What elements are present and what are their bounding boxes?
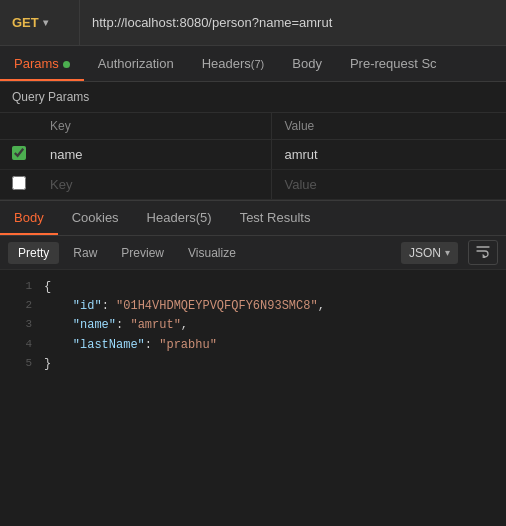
tab-response-headers[interactable]: Headers(5) bbox=[133, 202, 226, 235]
code-line-3: 3 "name": "amrut", bbox=[0, 316, 506, 335]
param-checkbox-1[interactable] bbox=[12, 176, 26, 190]
code-line-1: 1 { bbox=[0, 278, 506, 297]
param-key-placeholder: Key bbox=[50, 177, 72, 192]
params-table: Key Value name amrut Key Value bbox=[0, 113, 506, 200]
method-label: GET bbox=[12, 15, 39, 30]
th-checkbox bbox=[0, 113, 38, 140]
param-checkbox-0[interactable] bbox=[12, 146, 26, 160]
table-row-new: Key Value bbox=[0, 170, 506, 200]
code-line-2: 2 "id": "01H4VHDMQEYPVQFQFY6N93SMC8", bbox=[0, 297, 506, 316]
chevron-down-icon: ▾ bbox=[43, 17, 48, 28]
chevron-down-icon: ▾ bbox=[445, 247, 450, 258]
tab-response-body[interactable]: Body bbox=[0, 202, 58, 235]
table-row: name amrut bbox=[0, 140, 506, 170]
response-tabs: Body Cookies Headers(5) Test Results bbox=[0, 200, 506, 236]
tab-cookies[interactable]: Cookies bbox=[58, 202, 133, 235]
url-input[interactable] bbox=[80, 0, 506, 45]
request-tabs: Params Authorization Headers(7) Body Pre… bbox=[0, 46, 506, 82]
tab-test-results[interactable]: Test Results bbox=[226, 202, 325, 235]
request-bar: GET ▾ bbox=[0, 0, 506, 46]
th-value: Value bbox=[272, 113, 506, 140]
param-value-0: amrut bbox=[272, 140, 506, 170]
format-bar: Pretty Raw Preview Visualize JSON ▾ bbox=[0, 236, 506, 270]
tab-authorization[interactable]: Authorization bbox=[84, 48, 188, 81]
tab-params[interactable]: Params bbox=[0, 48, 84, 81]
format-visualize[interactable]: Visualize bbox=[178, 242, 246, 264]
format-pretty[interactable]: Pretty bbox=[8, 242, 59, 264]
json-format-dropdown[interactable]: JSON ▾ bbox=[401, 242, 458, 264]
th-key: Key bbox=[38, 113, 272, 140]
param-value-placeholder: Value bbox=[284, 177, 316, 192]
response-code-block: 1 { 2 "id": "01H4VHDMQEYPVQFQFY6N93SMC8"… bbox=[0, 270, 506, 382]
tab-headers[interactable]: Headers(7) bbox=[188, 48, 279, 81]
format-preview[interactable]: Preview bbox=[111, 242, 174, 264]
wrap-button[interactable] bbox=[468, 240, 498, 265]
section-label: Query Params bbox=[0, 82, 506, 113]
tab-pre-request[interactable]: Pre-request Sc bbox=[336, 48, 451, 81]
param-key-0: name bbox=[38, 140, 272, 170]
format-raw[interactable]: Raw bbox=[63, 242, 107, 264]
method-selector[interactable]: GET ▾ bbox=[0, 0, 80, 45]
params-dot bbox=[63, 61, 70, 68]
wrap-icon bbox=[476, 244, 490, 258]
code-line-5: 5 } bbox=[0, 355, 506, 374]
code-line-4: 4 "lastName": "prabhu" bbox=[0, 336, 506, 355]
tab-body[interactable]: Body bbox=[278, 48, 336, 81]
